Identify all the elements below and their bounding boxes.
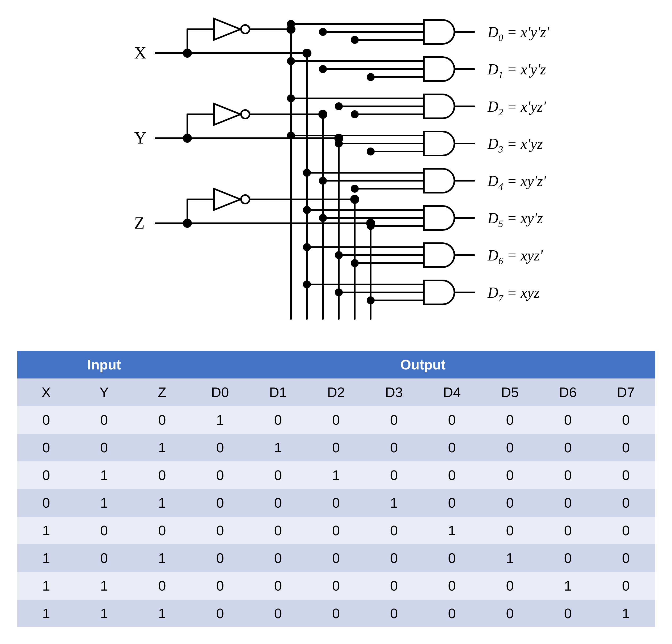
- table-row: 00010000000: [17, 406, 655, 434]
- page: X Y Z: [11, 11, 661, 627]
- cell: 0: [597, 462, 655, 489]
- cell: 0: [17, 406, 75, 434]
- column-header-row: X Y Z D0 D1 D2 D3 D4 D5 D6 D7: [17, 379, 655, 406]
- col-d2: D2: [307, 379, 365, 406]
- cell: 0: [481, 600, 539, 627]
- col-d3: D3: [365, 379, 423, 406]
- input-label-x: X: [134, 43, 146, 62]
- cell: 1: [133, 544, 191, 572]
- svg-point-51: [336, 103, 342, 109]
- cell: 0: [307, 489, 365, 517]
- cell: 0: [423, 406, 481, 434]
- cell: 0: [249, 517, 307, 544]
- cell: 0: [481, 434, 539, 462]
- svg-point-37: [320, 29, 326, 35]
- cell: 1: [75, 489, 133, 517]
- eq-d1: D1 = x'y'z: [487, 61, 546, 80]
- svg-point-44: [320, 66, 326, 72]
- col-x: X: [17, 379, 75, 406]
- cell: 1: [539, 572, 597, 600]
- table-row: 11000000010: [17, 572, 655, 600]
- table-row: 01000100000: [17, 462, 655, 489]
- cell: 0: [365, 406, 423, 434]
- cell: 0: [191, 434, 249, 462]
- cell: 1: [423, 517, 481, 544]
- eq-d2: D2 = x'yz': [487, 98, 546, 118]
- and-gate-d7: [304, 281, 474, 304]
- cell: 1: [133, 600, 191, 627]
- cell: 1: [481, 544, 539, 572]
- cell: 0: [539, 462, 597, 489]
- cell: 0: [249, 489, 307, 517]
- col-z: Z: [133, 379, 191, 406]
- cell: 0: [365, 517, 423, 544]
- input-label-z: Z: [134, 213, 145, 232]
- table-row: 10000001000: [17, 517, 655, 544]
- col-d4: D4: [423, 379, 481, 406]
- cell: 0: [307, 544, 365, 572]
- cell: 0: [539, 544, 597, 572]
- eq-d3: D3 = x'yz: [487, 135, 543, 155]
- cell: 0: [191, 517, 249, 544]
- svg-point-72: [320, 215, 326, 221]
- and-gate-d0: [288, 20, 474, 44]
- svg-point-23: [241, 195, 250, 204]
- cell: 0: [481, 517, 539, 544]
- svg-point-59: [368, 148, 374, 155]
- svg-point-31: [351, 195, 358, 203]
- truth-table: Input Output X Y Z D0 D1 D2 D3 D4 D5 D6 …: [17, 351, 655, 627]
- cell: 1: [75, 462, 133, 489]
- cell: 0: [17, 462, 75, 489]
- cell: 0: [249, 572, 307, 600]
- cell: 0: [597, 544, 655, 572]
- cell: 0: [539, 517, 597, 544]
- cell: 0: [133, 462, 191, 489]
- cell: 0: [191, 462, 249, 489]
- svg-point-38: [351, 37, 358, 43]
- cell: 1: [17, 600, 75, 627]
- svg-point-14: [241, 110, 250, 119]
- col-d6: D6: [539, 379, 597, 406]
- col-d0: D0: [191, 379, 249, 406]
- eq-d5: D5 = xy'z: [487, 210, 543, 229]
- cell: 1: [597, 600, 655, 627]
- col-d5: D5: [481, 379, 539, 406]
- cell: 0: [597, 572, 655, 600]
- cell: 0: [365, 572, 423, 600]
- svg-marker-22: [214, 189, 240, 210]
- cell: 0: [17, 489, 75, 517]
- cell: 0: [307, 600, 365, 627]
- svg-point-57: [288, 132, 294, 139]
- cell: 0: [423, 462, 481, 489]
- svg-marker-4: [214, 19, 240, 40]
- cell: 1: [191, 406, 249, 434]
- th-group-input: Input: [17, 351, 191, 379]
- and-gate-d1: [288, 57, 474, 81]
- cell: 0: [249, 406, 307, 434]
- svg-point-36: [288, 21, 294, 27]
- svg-point-86: [336, 289, 342, 296]
- and-gate-d3: [288, 132, 474, 155]
- svg-point-73: [368, 223, 374, 229]
- cell: 0: [597, 434, 655, 462]
- cell: 0: [133, 406, 191, 434]
- table-row: 11100000001: [17, 600, 655, 627]
- svg-point-28: [303, 49, 311, 57]
- cell: 0: [191, 489, 249, 517]
- col-y: Y: [75, 379, 133, 406]
- svg-point-78: [304, 244, 310, 250]
- svg-point-50: [288, 95, 294, 102]
- cell: 0: [191, 544, 249, 572]
- cell: 0: [249, 544, 307, 572]
- eq-d7: D7 = xyz: [487, 284, 540, 303]
- cell: 1: [133, 489, 191, 517]
- cell: 1: [307, 462, 365, 489]
- col-d7: D7: [597, 379, 655, 406]
- cell: 0: [423, 489, 481, 517]
- cell: 0: [481, 489, 539, 517]
- eq-d0: D0 = x'y'z': [487, 24, 550, 43]
- cell: 1: [249, 434, 307, 462]
- cell: 0: [365, 434, 423, 462]
- cell: 0: [539, 600, 597, 627]
- decoder-circuit: X Y Z: [70, 11, 602, 335]
